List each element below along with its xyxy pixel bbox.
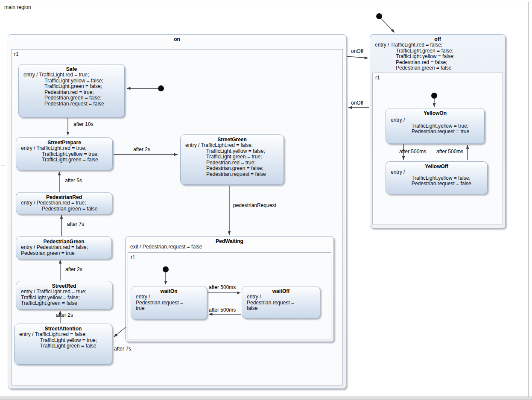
action-line: entry / xyxy=(386,117,484,123)
action-line: TrafficLight.green = false; xyxy=(370,48,505,54)
state-title: StreetAttention xyxy=(15,324,112,332)
transition-label-after-10s[interactable]: after 10s xyxy=(73,121,94,127)
action-line: Pedestrian.green = false; xyxy=(19,95,124,101)
action-line: TrafficLight.yellow = false; xyxy=(370,54,505,60)
action-line: true xyxy=(131,306,207,312)
state-safe[interactable]: Safe entry / TrafficLight.red = true; Tr… xyxy=(18,64,125,117)
transition-label-pedestrian-request[interactable]: pedestrianRequest xyxy=(233,202,276,208)
action-line: Pedestrian.red = false; xyxy=(370,60,505,66)
action-line: TrafficLight.green = false; xyxy=(19,84,124,90)
state-title: StreetGreen xyxy=(181,135,284,143)
transition-label-after-5s[interactable]: after 5s xyxy=(65,178,82,184)
region-label: r1 xyxy=(12,50,342,57)
horizontal-scrollbar[interactable] xyxy=(0,397,532,400)
main-region-border-right xyxy=(529,2,529,397)
state-street-prepare[interactable]: StreetPrepare entry / TrafficLight.red =… xyxy=(16,137,113,170)
main-region-border-stub xyxy=(1,166,5,166)
state-title: StreetRed xyxy=(16,281,112,289)
state-title: Safe xyxy=(19,64,124,72)
action-line: entry / Pedestrian.red = false; xyxy=(16,245,111,251)
transition-label-after-7s[interactable]: after 7s xyxy=(114,346,131,352)
state-on-title: on xyxy=(8,35,346,42)
state-street-attention[interactable]: StreetAttention entry / TrafficLight.red… xyxy=(14,324,112,365)
transition-label-after-2s[interactable]: after 2s xyxy=(133,146,150,152)
state-title: YellowOn xyxy=(386,108,484,116)
action-line: Pedestrian.request = xyxy=(131,300,207,306)
action-line: entry / TrafficLight.red = false; xyxy=(15,332,112,338)
action-line: TrafficLight.green = false xyxy=(16,157,112,163)
transition-label-after-500ms[interactable]: after 500ms xyxy=(399,149,426,155)
state-title: waitOn xyxy=(131,286,207,294)
action-line: TrafficLight.yellow = true; xyxy=(15,338,112,344)
action-line: Pedestrian.green = false; xyxy=(181,166,284,172)
action-line: entry / TrafficLight.red = false; xyxy=(181,143,284,149)
main-region-label: main region xyxy=(4,4,31,10)
action-line: Pedestrian.green = false xyxy=(16,206,112,212)
action-line: Pedestrian.red = true; xyxy=(19,90,124,96)
state-title: YellowOff xyxy=(386,162,487,169)
action-line: TrafficLight.yellow = false; xyxy=(386,175,487,181)
transition-label-after-2s[interactable]: after 2s xyxy=(65,266,82,272)
transition-label-after-500ms[interactable]: after 500ms xyxy=(209,307,236,313)
action-line: Pedestrian.green = true xyxy=(16,251,111,257)
state-yellow-off[interactable]: YellowOff entry / TrafficLight.yellow = … xyxy=(386,161,488,194)
action-line: Pedestrian.request = false xyxy=(19,101,124,107)
action-line: Pedestrian.request = false xyxy=(386,181,487,187)
action-line: TrafficLight.yellow = true; xyxy=(386,123,484,129)
action-line: entry / TrafficLight.red = true; xyxy=(16,289,112,295)
action-line: Pedestrian.green = false xyxy=(370,65,505,71)
state-title: PedestrianGreen xyxy=(16,237,111,245)
action-line: entry / TrafficLight.red = true; xyxy=(16,146,112,152)
state-street-green[interactable]: StreetGreen entry / TrafficLight.red = f… xyxy=(180,134,284,185)
state-title: PedWaiting xyxy=(126,236,333,244)
region-label: r1 xyxy=(373,73,503,81)
transition-label-after-2s[interactable]: after 2s xyxy=(56,312,73,318)
action-line: entry / xyxy=(242,294,320,300)
action-line: Pedestrian.red = true; xyxy=(181,160,284,166)
state-street-red[interactable]: StreetRed entry / TrafficLight.red = tru… xyxy=(16,281,112,309)
action-line: TrafficLight.green = false xyxy=(16,301,112,307)
region-label: r1 xyxy=(128,253,331,260)
transition-on-to-off[interactable] xyxy=(347,56,368,58)
transition-label-after-500ms[interactable]: after 500ms xyxy=(436,149,463,155)
action-line: entry / xyxy=(131,294,207,300)
exit-action-line: exit / Pedestrian.request = false xyxy=(126,244,333,250)
action-line: TrafficLight.yellow = false; xyxy=(181,149,284,155)
action-line: TrafficLight.green = false xyxy=(15,343,112,349)
initial-state-main[interactable] xyxy=(376,13,395,32)
transition-label-onoff[interactable]: onOff xyxy=(351,48,363,54)
action-line: TrafficLight.green = true; xyxy=(181,154,284,160)
state-wait-on[interactable]: waitOn entry / Pedestrian.request = true xyxy=(131,286,207,319)
state-title: PedestrianRed xyxy=(16,193,112,200)
state-title: off xyxy=(370,35,505,42)
statechart-canvas: main region on r1 Safe entry / TrafficLi… xyxy=(0,0,532,400)
transition-label-after-7s[interactable]: after 7s xyxy=(67,221,84,227)
state-pedestrian-red[interactable]: PedestrianRed entry / Pedestrian.red = t… xyxy=(16,192,112,214)
state-wait-off[interactable]: waitOff entry / Pedestrian.request = fal… xyxy=(242,286,320,318)
action-line: false xyxy=(242,306,320,312)
action-line: TrafficLight.yellow = true; xyxy=(16,152,112,158)
action-line: entry / xyxy=(386,169,487,175)
transition-label-after-500ms[interactable]: after 500ms xyxy=(209,284,236,290)
main-region-border-top xyxy=(1,2,529,2)
transition-label-onoff[interactable]: onOff xyxy=(351,100,363,106)
state-title: waitOff xyxy=(242,286,320,294)
action-line: entry / TrafficLight.red = true; xyxy=(19,72,124,78)
action-line: Pedestrian.request = xyxy=(242,300,320,306)
action-line: entry / Pedestrian.red = true; xyxy=(16,200,112,206)
action-line: TrafficLight.yellow = false; xyxy=(16,295,112,301)
action-line: Pedestrian.request = false xyxy=(181,172,284,178)
action-line: TrafficLight.yellow = false; xyxy=(19,78,124,84)
state-title: StreetPrepare xyxy=(16,138,112,146)
action-line: Pedestrian.request = true xyxy=(386,129,484,135)
action-line: entry / TrafficLight.red = false; xyxy=(370,42,505,48)
state-pedestrian-green[interactable]: PedestrianGreen entry / Pedestrian.red =… xyxy=(16,236,112,259)
main-region-border-left xyxy=(1,2,1,166)
state-yellow-on[interactable]: YellowOn entry / TrafficLight.yellow = t… xyxy=(386,108,485,144)
